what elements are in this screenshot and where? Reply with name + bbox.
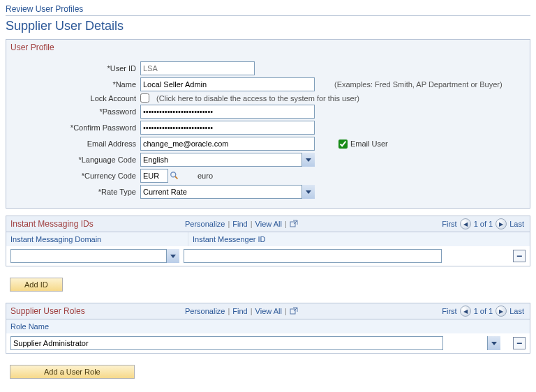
count-label: 1 of 1 (474, 220, 493, 228)
roles-grid: Supplier User Roles Personalize | Find |… (6, 303, 530, 354)
popout-icon[interactable] (290, 220, 298, 228)
password-field[interactable] (140, 105, 315, 119)
chevron-down-icon (487, 336, 500, 350)
label-confirm: *Confirm Password (10, 123, 140, 132)
page-title: Supplier User Details (6, 19, 530, 33)
lookup-icon[interactable] (170, 171, 179, 181)
lock-account-checkbox[interactable] (140, 93, 149, 103)
im-col-id[interactable]: Instant Messenger ID (188, 232, 530, 246)
language-select[interactable]: English (140, 153, 315, 167)
currency-field[interactable] (140, 169, 168, 183)
popout-icon[interactable] (290, 307, 298, 315)
role-select[interactable]: Supplier Administrator (10, 336, 443, 350)
user-profile-group: User Profile *User ID *Name (Examples: F… (6, 39, 530, 209)
first-label: First (442, 220, 456, 228)
im-id-field[interactable] (184, 249, 442, 263)
label-name: *Name (10, 80, 140, 89)
currency-name: euro (198, 172, 213, 180)
personalize-link[interactable]: Personalize (185, 307, 225, 315)
first-label: First (442, 307, 456, 315)
svg-point-0 (171, 172, 176, 177)
email-field[interactable] (140, 137, 315, 151)
im-col-domain[interactable]: Instant Messaging Domain (6, 232, 188, 246)
label-user-id: *User ID (10, 64, 140, 73)
personalize-link[interactable]: Personalize (185, 220, 225, 228)
im-grid-title: Instant Messaging IDs (6, 219, 185, 229)
roles-col-name[interactable]: Role Name (6, 319, 530, 333)
label-email: Email Address (10, 140, 140, 148)
add-role-button[interactable]: Add a User Role (10, 365, 135, 379)
im-domain-select[interactable] (10, 249, 171, 263)
name-hint: (Examples: Fred Smith, AP Department or … (334, 80, 502, 89)
prev-button[interactable]: ◀ (460, 218, 471, 229)
svg-rect-3 (290, 309, 295, 314)
find-link[interactable]: Find (232, 220, 247, 228)
label-lang: *Language Code (10, 156, 140, 164)
last-label: Last (509, 220, 524, 228)
next-button[interactable]: ▶ (496, 306, 507, 317)
label-lock: Lock Account (10, 94, 140, 103)
group-title: User Profile (6, 40, 530, 55)
delete-row-button[interactable]: − (513, 337, 526, 349)
email-user-label: Email User (350, 140, 388, 148)
im-grid: Instant Messaging IDs Personalize | Find… (6, 216, 530, 266)
user-id-field (140, 61, 255, 75)
name-field[interactable] (140, 77, 315, 91)
svg-line-1 (175, 176, 178, 179)
prev-button[interactable]: ◀ (460, 306, 471, 317)
email-user-checkbox[interactable] (338, 140, 348, 149)
viewall-link[interactable]: View All (255, 307, 282, 315)
divider (6, 15, 530, 16)
breadcrumb[interactable]: Review User Profiles (6, 4, 530, 14)
count-label: 1 of 1 (474, 307, 493, 315)
confirm-password-field[interactable] (140, 121, 315, 135)
find-link[interactable]: Find (232, 307, 247, 315)
svg-rect-2 (290, 222, 295, 227)
table-row: Supplier Administrator − (6, 333, 530, 354)
last-label: Last (509, 307, 524, 315)
delete-row-button[interactable]: − (513, 250, 526, 262)
label-password: *Password (10, 107, 140, 116)
roles-grid-title: Supplier User Roles (6, 306, 185, 316)
label-rate: *Rate Type (10, 188, 140, 196)
lock-hint: (Click here to disable the access to the… (156, 94, 359, 103)
label-curr: *Currency Code (10, 172, 140, 180)
table-row: − (6, 246, 530, 266)
next-button[interactable]: ▶ (496, 218, 507, 229)
viewall-link[interactable]: View All (255, 220, 282, 228)
rate-type-select[interactable]: Current Rate (140, 185, 315, 199)
add-id-button[interactable]: Add ID (10, 278, 63, 292)
